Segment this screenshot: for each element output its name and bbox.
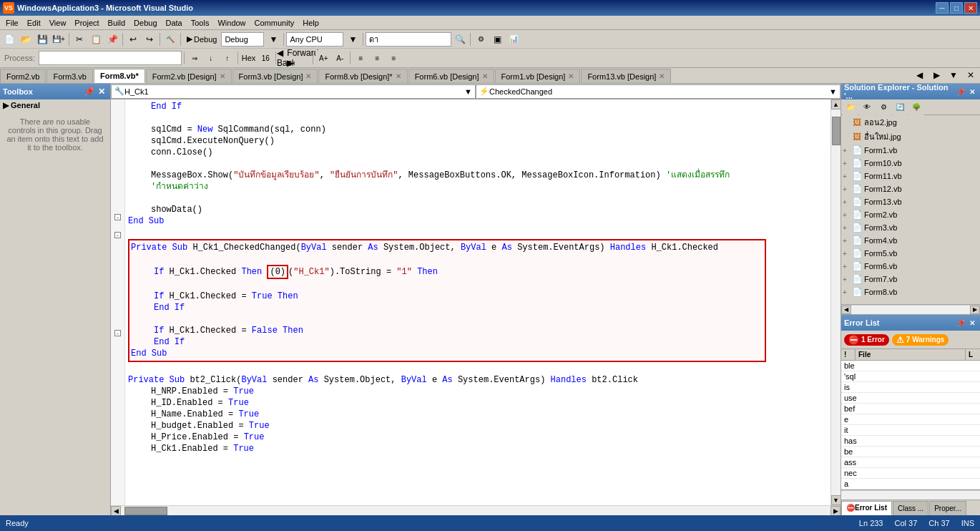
code-scroll-area[interactable]: End If sqlCmd = New SqlCommand(sql, conn… bbox=[125, 99, 830, 505]
error-item-11[interactable]: nec bbox=[841, 468, 980, 479]
el-pin-button[interactable]: 📌 bbox=[956, 318, 966, 328]
collapse-btn-1[interactable]: - bbox=[114, 214, 121, 220]
toolbox-pin-button[interactable]: 📌 bbox=[83, 86, 94, 97]
el-close-button[interactable]: ✕ bbox=[967, 318, 977, 328]
se-expand-btn[interactable]: 🌳 bbox=[908, 99, 924, 115]
se-item-otherjpg[interactable]: 🖼 อื่นใหม่.jpg bbox=[841, 130, 980, 144]
scroll-up-button[interactable]: ▲ bbox=[831, 99, 841, 109]
collapse-btn-3[interactable]: - bbox=[114, 330, 121, 336]
error-item-10[interactable]: ass bbox=[841, 457, 980, 468]
se-new-folder-btn[interactable]: 📁 bbox=[843, 99, 858, 115]
debug-dropdown-arrow[interactable]: ▼ bbox=[265, 31, 281, 47]
tab-form3design[interactable]: Form3.vb [Design]✕ bbox=[232, 69, 318, 83]
error-item-8[interactable]: has bbox=[841, 436, 980, 447]
align-left-btn[interactable]: ≡ bbox=[353, 50, 368, 66]
se-item-form6vb[interactable]: + 📄 Form6.vb bbox=[841, 260, 980, 273]
tab-form2design[interactable]: Form2.vb [Design]✕ bbox=[146, 69, 232, 83]
se-item-lon2jpg[interactable]: 🖼 ลอน2.jpg bbox=[841, 115, 980, 130]
minimize-button[interactable]: ─ bbox=[936, 2, 949, 14]
se-item-form7vb[interactable]: + 📄 Form7.vb bbox=[841, 273, 980, 286]
se-item-form8vb[interactable]: + 📄 Form8.vb bbox=[841, 286, 980, 298]
forward-button[interactable]: Forward ▶ bbox=[295, 50, 310, 66]
font-size-btn[interactable]: A+ bbox=[315, 50, 331, 66]
se-refresh-btn[interactable]: 🔄 bbox=[892, 99, 908, 115]
copy-button[interactable]: 📋 bbox=[88, 31, 104, 47]
tab-list-button[interactable]: ▼ bbox=[946, 68, 961, 83]
tb-btn-2[interactable]: ▣ bbox=[489, 31, 505, 47]
menu-debug[interactable]: Debug bbox=[129, 17, 161, 29]
debug-mode-dropdown[interactable]: Debug bbox=[221, 32, 264, 47]
error-count-badge[interactable]: ⛔ 1 Error bbox=[844, 334, 889, 346]
menu-data[interactable]: Data bbox=[162, 17, 187, 29]
menu-project[interactable]: Project bbox=[70, 17, 103, 29]
vertical-scrollbar[interactable]: ▲ ▼ bbox=[830, 99, 841, 505]
horizontal-scrollbar[interactable]: ◀ ▶ bbox=[111, 505, 841, 515]
paste-button[interactable]: 📌 bbox=[104, 31, 120, 47]
cut-button[interactable]: ✂ bbox=[72, 31, 87, 47]
new-file-button[interactable]: 📄 bbox=[1, 31, 17, 47]
align-right-btn[interactable]: ≡ bbox=[386, 50, 401, 66]
error-item-9[interactable]: be bbox=[841, 447, 980, 457]
error-item-6[interactable]: e bbox=[841, 414, 980, 425]
se-item-form13vb[interactable]: + 📄 Form13.vb bbox=[841, 195, 980, 208]
save-button[interactable]: 💾 bbox=[34, 31, 50, 47]
se-scrollbar[interactable]: ◀ ▶ bbox=[841, 304, 980, 314]
se-item-form12vb[interactable]: + 📄 Form12.vb bbox=[841, 182, 980, 195]
toolbox-close-button[interactable]: ✕ bbox=[96, 86, 107, 97]
se-scroll-right[interactable]: ▶ bbox=[970, 306, 980, 314]
se-pin-button[interactable]: 📌 bbox=[956, 87, 966, 97]
menu-help[interactable]: Help bbox=[298, 17, 323, 29]
code-nav-method-select[interactable]: ⚡ CheckedChanged▼ bbox=[476, 84, 841, 99]
se-props-btn[interactable]: ⚙ bbox=[876, 99, 891, 115]
step-over-button[interactable]: ⇒ bbox=[187, 50, 202, 66]
search-button[interactable]: 🔍 bbox=[452, 31, 468, 47]
menu-edit[interactable]: Edit bbox=[23, 17, 45, 29]
tb-btn-1[interactable]: ⚙ bbox=[473, 31, 489, 47]
menu-view[interactable]: View bbox=[45, 17, 71, 29]
scroll-left-button[interactable]: ◀ bbox=[111, 506, 121, 516]
se-item-form1vb[interactable]: + 📄 Form1.vb bbox=[841, 144, 980, 157]
se-scroll-left[interactable]: ◀ bbox=[841, 306, 851, 314]
se-item-form11vb[interactable]: + 📄 Form11.vb bbox=[841, 170, 980, 182]
scroll-thumb[interactable] bbox=[832, 117, 841, 145]
menu-build[interactable]: Build bbox=[104, 17, 129, 29]
scroll-down-button[interactable]: ▼ bbox=[831, 495, 841, 505]
se-item-form5vb[interactable]: + 📄 Form5.vb bbox=[841, 247, 980, 260]
warning-count-badge[interactable]: ⚠ 7 Warnings bbox=[892, 334, 949, 346]
save-all-button[interactable]: 💾+ bbox=[51, 31, 67, 47]
properties-tab[interactable]: Proper... bbox=[929, 501, 966, 515]
error-item-3[interactable]: is bbox=[841, 382, 980, 393]
menu-file[interactable]: File bbox=[1, 17, 23, 29]
error-item-4[interactable]: use bbox=[841, 393, 980, 404]
scroll-right-button[interactable]: ▶ bbox=[830, 506, 841, 516]
maximize-button[interactable]: □ bbox=[950, 2, 963, 14]
tab-form13design[interactable]: Form13.vb [Design]✕ bbox=[581, 69, 671, 83]
el-scrollbar[interactable] bbox=[841, 489, 980, 500]
se-close-button[interactable]: ✕ bbox=[967, 87, 977, 97]
error-list-tab[interactable]: ⛔ Error List bbox=[841, 501, 892, 515]
error-item-5[interactable]: bef bbox=[841, 404, 980, 414]
collapse-btn-2[interactable]: - bbox=[114, 232, 121, 238]
se-item-form3vb[interactable]: + 📄 Form3.vb bbox=[841, 221, 980, 234]
menu-community[interactable]: Community bbox=[250, 17, 299, 29]
se-item-form10vb[interactable]: + 📄 Form10.vb bbox=[841, 157, 980, 170]
tab-form6design[interactable]: Form6.vb [Design]✕ bbox=[408, 69, 494, 83]
build-button[interactable]: 🔨 bbox=[162, 31, 178, 47]
h-scroll-track[interactable] bbox=[121, 506, 830, 516]
tb-btn-3[interactable]: 📊 bbox=[506, 31, 521, 47]
tab-scroll-left[interactable]: ◀ bbox=[911, 68, 927, 83]
code-nav-class-select[interactable]: 🔧 H_Ck1▼ bbox=[111, 84, 476, 99]
se-show-all-btn[interactable]: 👁 bbox=[859, 99, 875, 115]
tab-form3vb[interactable]: Form3.vb bbox=[46, 69, 92, 83]
close-tab-button[interactable]: ✕ bbox=[963, 68, 979, 83]
menu-window[interactable]: Window bbox=[213, 17, 250, 29]
error-item-12[interactable]: a bbox=[841, 479, 980, 489]
start-debug-button[interactable]: ▶ Debug bbox=[183, 33, 220, 45]
se-item-form4vb[interactable]: + 📄 Form4.vb bbox=[841, 234, 980, 247]
open-button[interactable]: 📂 bbox=[18, 31, 34, 47]
tab-form2vb[interactable]: Form2.vb bbox=[0, 69, 46, 83]
cpu-platform-dropdown[interactable]: Any CPU bbox=[286, 32, 343, 47]
redo-button[interactable]: ↪ bbox=[142, 31, 157, 47]
close-button[interactable]: ✕ bbox=[964, 2, 977, 14]
se-item-form2vb[interactable]: + 📄 Form2.vb bbox=[841, 208, 980, 221]
